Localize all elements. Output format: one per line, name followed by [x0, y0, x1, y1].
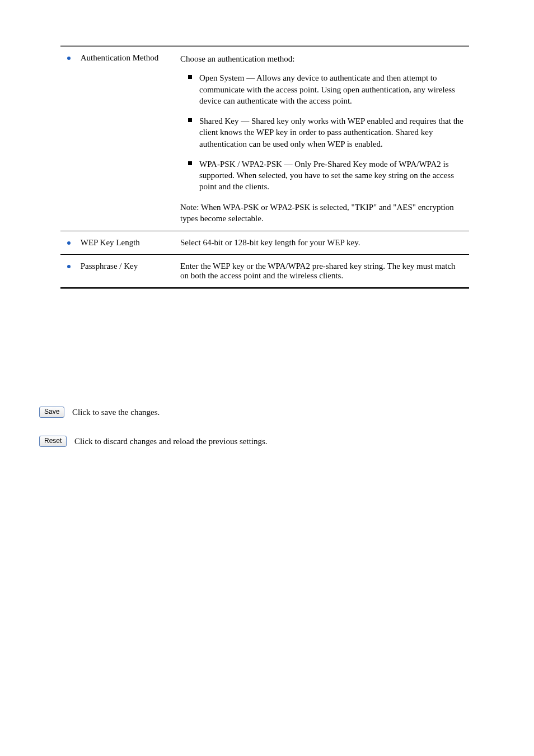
- bullet-icon: [67, 265, 71, 268]
- auth-option: WPA-PSK / WPA2-PSK — Only Pre-Shared Key…: [180, 158, 463, 193]
- square-icon: [188, 75, 192, 79]
- reset-row: Reset Click to discard changes and reloa…: [39, 436, 268, 447]
- square-icon: [188, 161, 192, 165]
- row-passphrase-key: Passphrase / Key Enter the WEP key or th…: [60, 255, 469, 288]
- row-auth-method: Authentication Method Choose an authenti…: [60, 46, 469, 231]
- square-icon: [188, 118, 192, 122]
- auth-option: Shared Key — Shared key only works with …: [180, 115, 463, 150]
- reset-description: Click to discard changes and reload the …: [74, 437, 268, 446]
- row-description: Select 64-bit or 128-bit key length for …: [180, 238, 360, 247]
- row-label: Passphrase / Key: [81, 262, 138, 271]
- save-row: Save Click to save the changes.: [39, 407, 160, 418]
- save-button[interactable]: Save: [39, 407, 64, 418]
- row-intro: Choose an authentication method:: [180, 53, 463, 64]
- bullet-icon: [67, 57, 71, 60]
- bullet-icon: [67, 241, 71, 245]
- reset-button[interactable]: Reset: [39, 436, 67, 447]
- row-note: Note: When WPA-PSK or WPA2-PSK is select…: [180, 202, 463, 225]
- save-description: Click to save the changes.: [72, 408, 160, 417]
- auth-options-list: Open System — Allows any device to authe…: [180, 72, 463, 192]
- row-label: WEP Key Length: [81, 238, 140, 248]
- settings-table: Authentication Method Choose an authenti…: [60, 45, 469, 289]
- row-wep-key-length: WEP Key Length Select 64-bit or 128-bit …: [60, 231, 469, 255]
- auth-option: Open System — Allows any device to authe…: [180, 72, 463, 106]
- row-label: Authentication Method: [81, 53, 159, 63]
- page: Authentication Method Choose an authenti…: [0, 0, 534, 756]
- row-description: Enter the WEP key or the WPA/WPA2 pre-sh…: [180, 262, 456, 280]
